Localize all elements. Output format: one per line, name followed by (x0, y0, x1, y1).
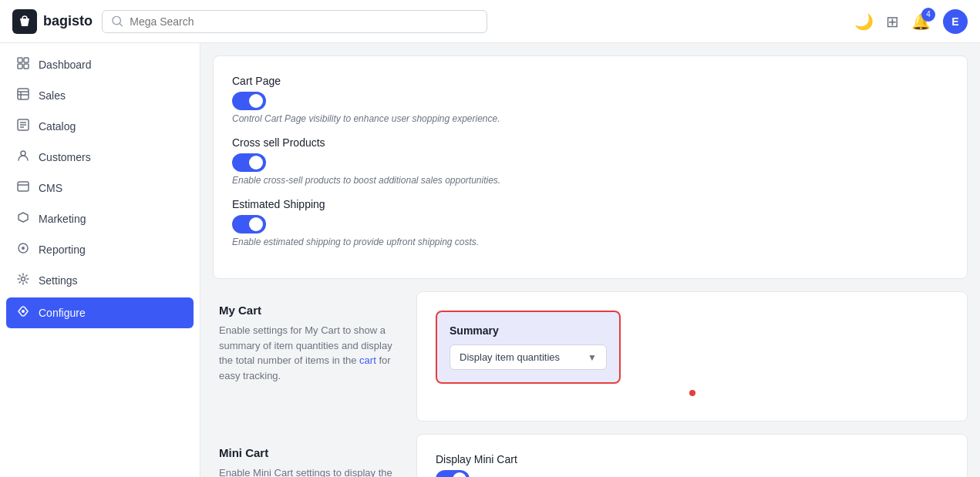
svg-rect-4 (18, 64, 22, 69)
svg-rect-3 (24, 58, 29, 62)
sidebar-item-customers[interactable]: Customers (0, 142, 200, 173)
toggle-slider (232, 92, 266, 110)
my-cart-section: My Cart Enable settings for My Cart to s… (200, 279, 980, 422)
customers-icon (15, 149, 31, 165)
catalog-icon (15, 119, 31, 134)
sidebar-item-label: Configure (39, 307, 86, 319)
sidebar-item-settings[interactable]: Settings (0, 265, 200, 296)
mini-cart-section: Mini Cart Enable Mini Cart settings to d… (200, 422, 980, 477)
search-icon (112, 15, 123, 28)
notification-badge: 4 (921, 8, 935, 22)
cart-page-toggle-row: Cart Page Control Cart Page visibility t… (232, 75, 948, 124)
cross-sell-label: Cross sell Products (232, 136, 948, 149)
configure-icon (15, 305, 31, 321)
sidebar-item-marketing[interactable]: Marketing (0, 203, 200, 234)
settings-icon (15, 273, 31, 288)
svg-point-19 (22, 277, 25, 281)
body: Dashboard Sales Catalog Customers CMS (0, 43, 980, 477)
display-mini-cart-row: Display Mini Cart (436, 453, 948, 477)
sidebar-item-label: Settings (39, 274, 78, 287)
my-cart-description: Enable settings for My Cart to show a su… (219, 323, 398, 383)
my-cart-left-panel: My Cart Enable settings for My Cart to s… (200, 279, 416, 422)
cross-sell-desc: Enable cross-sell products to boost addi… (232, 175, 948, 186)
summary-label: Summary (450, 324, 607, 337)
header-actions: 🌙 ⊞ 🔔 4 E (854, 9, 968, 34)
mini-cart-description: Enable Mini Cart settings to display the… (219, 465, 398, 477)
logo[interactable]: bagisto (12, 9, 93, 34)
estimated-shipping-desc: Enable estimated shipping to provide upf… (232, 237, 948, 247)
sidebar-item-label: Customers (39, 151, 91, 163)
estimated-shipping-label: Estimated Shipping (232, 198, 948, 210)
display-mini-cart-toggle[interactable] (436, 470, 470, 477)
header: bagisto 🌙 ⊞ 🔔 4 E (0, 0, 980, 43)
layout-icon: ⊞ (886, 13, 899, 30)
main-content: Cart Page Control Cart Page visibility t… (200, 43, 980, 477)
sales-icon (15, 88, 31, 103)
mini-cart-title: Mini Cart (219, 446, 398, 459)
dashboard-icon (15, 57, 31, 72)
avatar[interactable]: E (943, 9, 968, 34)
layout-button[interactable]: ⊞ (886, 12, 899, 31)
summary-dropdown[interactable]: Display item quantities ▼ (450, 344, 607, 370)
search-input[interactable] (130, 15, 477, 28)
dark-mode-button[interactable]: 🌙 (854, 12, 874, 31)
cart-page-desc: Control Cart Page visibility to enhance … (232, 113, 948, 124)
logo-text: bagisto (43, 13, 93, 29)
svg-point-1 (113, 16, 120, 24)
sidebar-item-catalog[interactable]: Catalog (0, 111, 200, 142)
summary-dropdown-container: Summary Display item quantities ▼ (436, 311, 621, 384)
toggle-slider (232, 153, 266, 172)
sidebar-item-cms[interactable]: CMS (0, 173, 200, 203)
toggle-slider (436, 470, 470, 477)
estimated-shipping-toggle-row: Estimated Shipping Enable estimated ship… (232, 198, 948, 247)
mini-cart-right-panel: Display Mini Cart Mini Cart Offer Inform… (416, 434, 968, 477)
my-cart-right-panel: Summary Display item quantities ▼ (416, 291, 968, 422)
cart-page-toggle[interactable] (232, 92, 266, 110)
sidebar: Dashboard Sales Catalog Customers CMS (0, 43, 200, 477)
sidebar-item-dashboard[interactable]: Dashboard (0, 49, 200, 80)
sidebar-item-label: Reporting (39, 244, 86, 256)
sidebar-item-label: Dashboard (39, 59, 92, 71)
summary-dropdown-value: Display item quantities (460, 351, 560, 363)
svg-point-14 (21, 151, 25, 156)
cms-icon (15, 180, 31, 196)
estimated-shipping-toggle[interactable] (232, 215, 266, 233)
svg-point-18 (22, 247, 25, 250)
mini-cart-left-panel: Mini Cart Enable Mini Cart settings to d… (200, 422, 416, 477)
svg-rect-15 (18, 182, 29, 191)
svg-rect-5 (24, 64, 29, 69)
display-mini-cart-label: Display Mini Cart (436, 453, 948, 465)
moon-icon: 🌙 (854, 13, 874, 30)
sidebar-item-sales[interactable]: Sales (0, 80, 200, 111)
cart-page-label: Cart Page (232, 75, 948, 87)
svg-rect-6 (18, 89, 29, 99)
sidebar-item-label: Marketing (39, 213, 86, 225)
toggle-slider (232, 215, 266, 233)
sidebar-item-label: CMS (39, 182, 62, 194)
search-bar[interactable] (102, 10, 487, 33)
cross-sell-toggle[interactable] (232, 153, 266, 172)
red-dot-indicator (689, 390, 695, 396)
cart-page-panel: Cart Page Control Cart Page visibility t… (213, 55, 968, 279)
bag-icon (12, 9, 37, 34)
notification-button[interactable]: 🔔 4 (911, 12, 931, 31)
my-cart-title: My Cart (219, 304, 398, 317)
cross-sell-toggle-row: Cross sell Products Enable cross-sell pr… (232, 136, 948, 186)
sidebar-item-label: Catalog (39, 120, 76, 133)
sidebar-item-label: Sales (39, 89, 66, 102)
highlight-cart: cart (359, 354, 376, 366)
marketing-icon (15, 211, 31, 227)
chevron-down-icon: ▼ (588, 352, 597, 363)
svg-point-20 (22, 310, 25, 313)
sidebar-item-reporting[interactable]: Reporting (0, 234, 200, 265)
reporting-icon (15, 242, 31, 257)
svg-rect-2 (18, 58, 22, 62)
sidebar-item-configure[interactable]: Configure (6, 297, 194, 328)
